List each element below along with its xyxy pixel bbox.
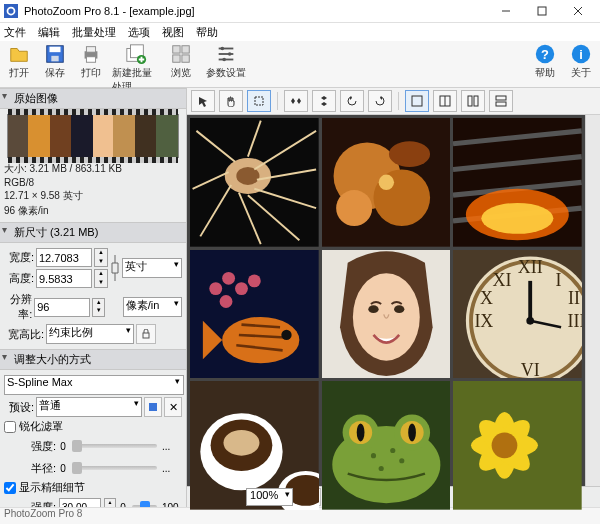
- preset-select[interactable]: 普通: [36, 397, 142, 417]
- rotate-ccw-button[interactable]: [340, 90, 364, 112]
- view-split-h-button[interactable]: [433, 90, 457, 112]
- preset-delete-button[interactable]: ✕: [164, 397, 182, 417]
- svg-rect-31: [149, 403, 157, 411]
- help-button[interactable]: ? 帮助: [530, 43, 560, 80]
- crop-tool-button[interactable]: [247, 90, 271, 112]
- menu-view[interactable]: 视图: [162, 25, 184, 40]
- svg-point-66: [209, 282, 222, 295]
- aspect-label: 宽高比:: [4, 327, 44, 342]
- unit-wh-select[interactable]: 英寸: [122, 258, 182, 278]
- svg-point-110: [390, 448, 395, 453]
- print-button[interactable]: 打印: [76, 43, 106, 80]
- svg-text:VI: VI: [521, 360, 540, 379]
- original-panel-header[interactable]: 原始图像: [0, 88, 186, 109]
- split-v-icon: [467, 95, 479, 107]
- close-button[interactable]: [560, 0, 596, 22]
- sharp-strength-slider[interactable]: [72, 444, 157, 448]
- svg-text:XI: XI: [493, 270, 512, 290]
- menu-file[interactable]: 文件: [4, 25, 26, 40]
- aspect-select[interactable]: 约束比例: [46, 324, 134, 344]
- original-mode: RGB/8: [4, 177, 182, 188]
- menubar: 文件 编辑 批量处理 选项 视图 帮助: [0, 23, 600, 41]
- preview-tile: XIIIIIVIIXIIIXIX: [453, 250, 582, 379]
- res-spinner[interactable]: ▲▼: [92, 298, 105, 317]
- quad-view-icon: [495, 95, 507, 107]
- settings-button[interactable]: 参数设置: [202, 43, 250, 80]
- window-title: PhotoZoom Pro 8.1 - [example.jpg]: [24, 5, 488, 17]
- svg-text:?: ?: [541, 47, 549, 62]
- svg-point-112: [378, 466, 383, 471]
- resize-panel-header[interactable]: 调整大小的方式: [0, 349, 186, 370]
- original-size: 大小: 3.21 MB / 863.11 KB: [4, 162, 182, 176]
- print-icon: [80, 43, 102, 65]
- minimize-button[interactable]: [488, 0, 524, 22]
- new-batch-button[interactable]: 新建批量处理: [112, 43, 160, 94]
- disk-icon: [148, 402, 158, 412]
- svg-rect-19: [182, 55, 189, 62]
- svg-rect-9: [51, 56, 58, 62]
- preview-v-scrollbar[interactable]: [585, 115, 600, 486]
- nav-tool-button[interactable]: [191, 90, 215, 112]
- original-dim: 12.71 × 9.58 英寸: [4, 189, 182, 203]
- browse-button[interactable]: 浏览: [166, 43, 196, 80]
- open-button[interactable]: 打开: [4, 43, 34, 80]
- flip-h-icon: [290, 95, 302, 107]
- view-split-v-button[interactable]: [461, 90, 485, 112]
- width-input[interactable]: [36, 248, 92, 267]
- slider-value-input[interactable]: [59, 498, 101, 507]
- original-res: 96 像素/in: [4, 204, 182, 218]
- unit-res-select[interactable]: 像素/in: [123, 297, 182, 317]
- svg-rect-18: [173, 55, 180, 62]
- save-icon: [44, 43, 66, 65]
- flip-h-button[interactable]: [284, 90, 308, 112]
- menu-help[interactable]: 帮助: [196, 25, 218, 40]
- res-input[interactable]: [34, 298, 90, 317]
- hand-tool-button[interactable]: [219, 90, 243, 112]
- about-button[interactable]: i 关于: [566, 43, 596, 80]
- single-view-icon: [411, 95, 423, 107]
- sharpmask-checkbox[interactable]: [4, 421, 16, 433]
- newsize-panel-header[interactable]: 新尺寸 (3.21 MB): [0, 222, 186, 243]
- original-thumbnail[interactable]: [7, 114, 179, 158]
- method-select[interactable]: S-Spline Max: [4, 375, 184, 395]
- width-spinner[interactable]: ▲▼: [94, 248, 108, 267]
- svg-point-2: [8, 8, 13, 13]
- view-quad-button[interactable]: [489, 90, 513, 112]
- flip-v-button[interactable]: [312, 90, 336, 112]
- finedetail-checkbox[interactable]: [4, 482, 16, 494]
- maximize-button[interactable]: [524, 0, 560, 22]
- arrow-icon: [197, 95, 209, 107]
- height-spinner[interactable]: ▲▼: [94, 269, 108, 288]
- height-input[interactable]: [36, 269, 92, 288]
- svg-point-42: [236, 167, 259, 185]
- svg-rect-17: [182, 46, 189, 53]
- aspect-lock-button[interactable]: [136, 324, 156, 344]
- svg-rect-8: [50, 47, 61, 53]
- menu-options[interactable]: 选项: [128, 25, 150, 40]
- rotate-cw-button[interactable]: [368, 90, 392, 112]
- svg-rect-33: [412, 96, 422, 106]
- view-single-button[interactable]: [405, 90, 429, 112]
- zoom-select[interactable]: 100%: [246, 488, 293, 506]
- svg-rect-38: [496, 96, 506, 100]
- svg-text:IX: IX: [475, 311, 494, 331]
- sharp-radius-slider[interactable]: [72, 466, 157, 470]
- about-icon: i: [570, 43, 592, 65]
- save-button[interactable]: 保存: [40, 43, 70, 80]
- svg-point-111: [399, 459, 404, 464]
- rotate-cw-icon: [374, 95, 386, 107]
- svg-point-69: [220, 295, 233, 308]
- svg-point-67: [222, 272, 235, 285]
- split-h-icon: [439, 95, 451, 107]
- sharp-strength-label: 强度:: [4, 439, 56, 454]
- slider-spinner[interactable]: ▲▼: [104, 498, 116, 507]
- preview-tile: [322, 118, 451, 247]
- menu-batch[interactable]: 批量处理: [72, 25, 116, 40]
- preview-tile: [322, 250, 451, 379]
- rotate-ccw-icon: [346, 95, 358, 107]
- preset-save-button[interactable]: [144, 397, 162, 417]
- slider-track[interactable]: [132, 505, 157, 507]
- menu-edit[interactable]: 编辑: [38, 25, 60, 40]
- aspect-lock-icon[interactable]: [110, 253, 120, 283]
- preview-image[interactable]: XIIIIIVIIXIIIXIX: [187, 115, 585, 513]
